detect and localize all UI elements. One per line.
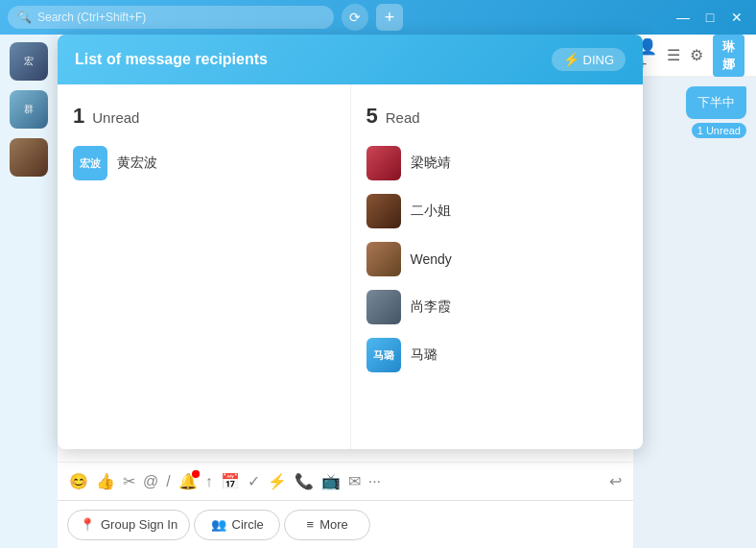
group-sign-button[interactable]: 📍 Group Sign In	[67, 510, 190, 540]
read-count: 5	[366, 104, 378, 129]
popup-header: List of message recipients ⚡ DING	[58, 35, 643, 84]
chat-area: 下半中 1 Unread	[633, 77, 756, 548]
mail-icon[interactable]: ✉	[348, 472, 361, 490]
read-recipient-name-4: 马璐	[411, 346, 437, 364]
read-recipient-2: Wendy	[366, 242, 628, 276]
recipient-name-0: 黄宏波	[117, 155, 157, 172]
read-label: Read	[386, 109, 420, 126]
sidebar: 宏 群	[0, 35, 58, 548]
user-name-badge: 琳娜	[713, 35, 744, 77]
more-button[interactable]: ≡ More	[284, 510, 370, 540]
tv-icon[interactable]: 📺	[321, 472, 341, 490]
lightning-icon[interactable]: ⚡	[268, 472, 287, 490]
read-recipient-name-2: Wendy	[411, 251, 452, 267]
read-section: 5 Read 梁晓靖二小姐Wendy尚李霞马璐马璐	[351, 84, 644, 449]
read-recipient-4: 马璐马璐	[366, 338, 628, 372]
read-recipient-1: 二小姐	[366, 194, 628, 228]
list-icon[interactable]: ☰	[667, 42, 680, 69]
search-icon: 🔍	[17, 11, 32, 24]
more-dots-icon[interactable]: ···	[368, 473, 381, 490]
search-placeholder: Search (Ctrl+Shift+F)	[37, 11, 146, 24]
add-button[interactable]: +	[376, 4, 403, 31]
check-icon[interactable]: ✓	[248, 472, 260, 490]
group-sign-icon: 📍	[80, 517, 95, 532]
bottom-toolbar: 📍 Group Sign In 👥 Circle ≡ More	[58, 500, 633, 548]
phone-icon[interactable]: 📞	[295, 472, 314, 490]
read-recipient-avatar-2	[366, 242, 401, 276]
read-recipient-name-3: 尚李霞	[411, 298, 451, 316]
unread-count: 1	[73, 104, 84, 129]
circle-label: Circle	[232, 517, 264, 532]
history-button[interactable]: ⟳	[342, 4, 368, 31]
add-icon: +	[385, 8, 395, 28]
notification-icon[interactable]: 🔔	[178, 472, 198, 490]
settings-icon[interactable]: ⚙	[690, 42, 703, 69]
thumb-icon[interactable]: 👍	[96, 472, 115, 490]
main-avatar[interactable]: 宏	[10, 42, 48, 81]
read-recipient-0: 梁晓靖	[366, 146, 628, 180]
upload-icon[interactable]: ↑	[205, 473, 213, 490]
unread-header: 1 Unread	[73, 104, 335, 129]
emoji-icon[interactable]: 😊	[69, 472, 88, 490]
group-sign-label: Group Sign In	[101, 517, 177, 532]
ding-label: DING	[583, 53, 615, 67]
close-button[interactable]: ✕	[725, 6, 748, 29]
chat-bubble: 下半中	[686, 86, 746, 119]
circle-button[interactable]: 👥 Circle	[194, 510, 280, 540]
window-controls: — □ ✕	[672, 6, 748, 29]
read-recipient-name-0: 梁晓靖	[411, 155, 451, 172]
at-icon[interactable]: @	[143, 473, 158, 490]
sidebar-avatar-2[interactable]	[10, 138, 48, 177]
chat-bubble-container: 下半中 1 Unread	[643, 86, 746, 138]
reply-icon[interactable]: ↩	[609, 472, 622, 490]
unread-label: Unread	[92, 109, 139, 126]
right-panel: 👤+ ☰ ⚙ 琳娜 下半中 1 Unread	[633, 35, 756, 548]
maximize-button[interactable]: □	[698, 6, 721, 29]
ding-icon: ⚡	[563, 52, 579, 67]
read-recipient-3: 尚李霞	[366, 290, 628, 324]
recipients-popup: List of message recipients ⚡ DING 1 Unre…	[58, 35, 643, 449]
unread-recipient-0: 宏波 黄宏波	[73, 146, 335, 180]
read-recipients-list: 梁晓靖二小姐Wendy尚李霞马璐马璐	[366, 146, 628, 372]
unread-section: 1 Unread 宏波 黄宏波	[58, 84, 351, 449]
read-header: 5 Read	[366, 104, 628, 129]
unread-badge: 1 Unread	[692, 123, 746, 138]
recipient-avatar-0: 宏波	[73, 146, 107, 180]
ding-button[interactable]: ⚡ DING	[552, 48, 626, 71]
read-recipient-avatar-4: 马璐	[366, 338, 401, 372]
calendar-icon[interactable]: 📅	[221, 472, 240, 490]
read-recipient-name-1: 二小姐	[411, 203, 451, 220]
minimize-button[interactable]: —	[672, 6, 695, 29]
search-box[interactable]: 🔍 Search (Ctrl+Shift+F)	[8, 6, 334, 29]
popup-title: List of message recipients	[75, 51, 268, 68]
popup-body: 1 Unread 宏波 黄宏波 5 Read 梁晓靖二小姐Wendy尚李霞马璐马…	[58, 84, 643, 449]
more-label: More	[319, 517, 348, 532]
more-icon: ≡	[307, 517, 315, 532]
read-recipient-avatar-3	[366, 290, 401, 324]
read-recipient-avatar-0	[366, 146, 401, 180]
sidebar-avatar-1[interactable]: 群	[10, 90, 48, 129]
chat-input-row: 😊 👍 ✂ @ / 🔔 ↑ 📅 ✓ ⚡ 📞 📺 ✉ ··· ↩	[58, 462, 633, 500]
top-bar: 🔍 Search (Ctrl+Shift+F) ⟳ + — □ ✕	[0, 0, 756, 35]
circle-icon: 👥	[211, 517, 226, 532]
read-recipient-avatar-1	[366, 194, 401, 228]
scissors-icon[interactable]: ✂	[123, 472, 135, 490]
history-icon: ⟳	[349, 10, 361, 25]
right-top-bar: 👤+ ☰ ⚙ 琳娜	[633, 35, 756, 77]
slash-icon[interactable]: /	[166, 473, 170, 490]
